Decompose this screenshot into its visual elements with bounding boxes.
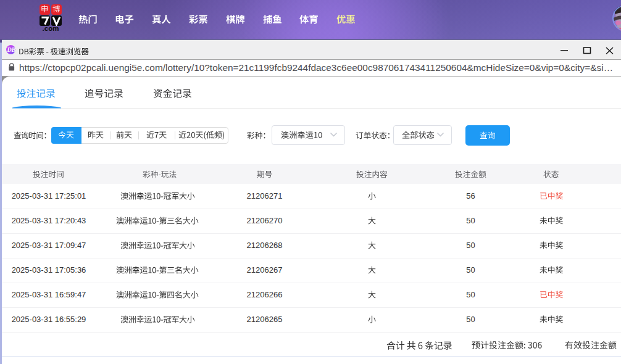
svg-text:DB: DB bbox=[6, 46, 15, 53]
svg-text:.com: .com bbox=[43, 25, 59, 32]
